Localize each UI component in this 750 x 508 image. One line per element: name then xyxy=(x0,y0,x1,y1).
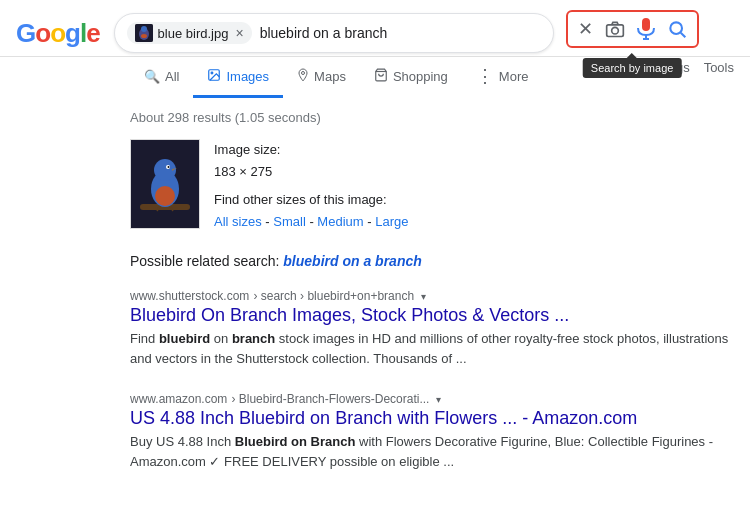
search-pill-text: blue bird.jpg xyxy=(158,26,229,41)
result-1-dropdown-icon[interactable]: ▾ xyxy=(421,291,426,302)
svg-point-5 xyxy=(611,27,618,34)
svg-rect-6 xyxy=(642,18,650,31)
result-2-url: www.amazon.com › Bluebird-Branch-Flowers… xyxy=(130,392,734,406)
size-large-link[interactable]: Large xyxy=(375,214,408,229)
svg-point-3 xyxy=(141,34,147,38)
result-2-path: › Bluebird-Branch-Flowers-Decorati... xyxy=(231,392,429,406)
svg-point-21 xyxy=(155,186,175,206)
search-by-image-group: ✕ xyxy=(566,10,699,48)
size-all-link[interactable]: All sizes xyxy=(214,214,262,229)
google-logo: Google xyxy=(16,18,100,49)
svg-rect-7 xyxy=(643,20,649,24)
tab-more[interactable]: ⋮ More xyxy=(462,57,543,98)
search-pill-thumbnail xyxy=(135,24,153,42)
tools-link[interactable]: Tools xyxy=(704,60,734,75)
svg-line-12 xyxy=(680,33,685,38)
main-content: About 298 results (1.05 seconds) xyxy=(0,98,750,507)
result-1-title[interactable]: Bluebird On Branch Images, Stock Photos … xyxy=(130,305,734,326)
result-stats: About 298 results (1.05 seconds) xyxy=(130,110,734,125)
all-icon: 🔍 xyxy=(144,69,160,84)
tab-shopping[interactable]: Shopping xyxy=(360,58,462,98)
search-pill: blue bird.jpg × xyxy=(127,22,252,44)
shopping-icon xyxy=(374,68,388,85)
search-result-1: www.shutterstock.com › search › bluebird… xyxy=(130,289,734,368)
tab-shopping-label: Shopping xyxy=(393,69,448,84)
result-1-url: www.shutterstock.com › search › bluebird… xyxy=(130,289,734,303)
svg-point-11 xyxy=(670,22,682,34)
tab-more-label: More xyxy=(499,69,529,84)
size-small-link[interactable]: Small xyxy=(273,214,306,229)
maps-icon xyxy=(297,68,309,85)
image-size-value: 183 × 275 xyxy=(214,164,272,179)
bird-thumbnail xyxy=(130,139,200,229)
related-search-link[interactable]: bluebird on a branch xyxy=(283,253,421,269)
related-search: Possible related search: bluebird on a b… xyxy=(130,253,734,269)
size-medium-link[interactable]: Medium xyxy=(317,214,363,229)
search-button[interactable] xyxy=(665,17,689,41)
svg-point-15 xyxy=(302,71,305,74)
svg-point-2 xyxy=(141,26,147,32)
result-2-dropdown-icon[interactable]: ▾ xyxy=(436,394,441,405)
camera-search-button[interactable] xyxy=(603,17,627,41)
search-input[interactable]: bluebird on a branch xyxy=(260,25,541,41)
result-1-path: › search › bluebird+on+branch xyxy=(253,289,414,303)
result-2-snippet: Buy US 4.88 Inch Bluebird on Branch with… xyxy=(130,432,734,471)
result-1-snippet: Find bluebird on branch stock images in … xyxy=(130,329,734,368)
search-by-image-tooltip: Search by image xyxy=(583,58,682,78)
result-2-domain: www.amazon.com xyxy=(130,392,227,406)
voice-search-button[interactable] xyxy=(635,16,657,42)
result-2-title[interactable]: US 4.88 Inch Bluebird on Branch with Flo… xyxy=(130,408,734,429)
search-bar: blue bird.jpg × bluebird on a branch xyxy=(114,13,554,53)
tab-maps[interactable]: Maps xyxy=(283,58,360,98)
related-search-prefix: Possible related search: xyxy=(130,253,279,269)
search-action-icons: ✕ xyxy=(566,10,699,56)
size-links: All sizes - Small - Medium - Large xyxy=(214,211,408,233)
search-pill-close-button[interactable]: × xyxy=(235,25,243,41)
image-size-label: Image size: 183 × 275 xyxy=(214,139,408,183)
more-icon: ⋮ xyxy=(476,67,494,85)
tab-images[interactable]: Images xyxy=(193,58,283,98)
svg-point-14 xyxy=(212,72,214,74)
tab-maps-label: Maps xyxy=(314,69,346,84)
images-icon xyxy=(207,68,221,85)
svg-point-23 xyxy=(168,166,170,168)
result-1-domain: www.shutterstock.com xyxy=(130,289,249,303)
search-result-2: www.amazon.com › Bluebird-Branch-Flowers… xyxy=(130,392,734,471)
image-details: Image size: 183 × 275 Find other sizes o… xyxy=(214,139,408,233)
find-sizes: Find other sizes of this image: All size… xyxy=(214,189,408,233)
image-info-box: Image size: 183 × 275 Find other sizes o… xyxy=(130,139,734,233)
tab-all-label: All xyxy=(165,69,179,84)
tab-images-label: Images xyxy=(226,69,269,84)
clear-search-button[interactable]: ✕ xyxy=(576,16,595,42)
tab-all[interactable]: 🔍 All xyxy=(130,59,193,97)
